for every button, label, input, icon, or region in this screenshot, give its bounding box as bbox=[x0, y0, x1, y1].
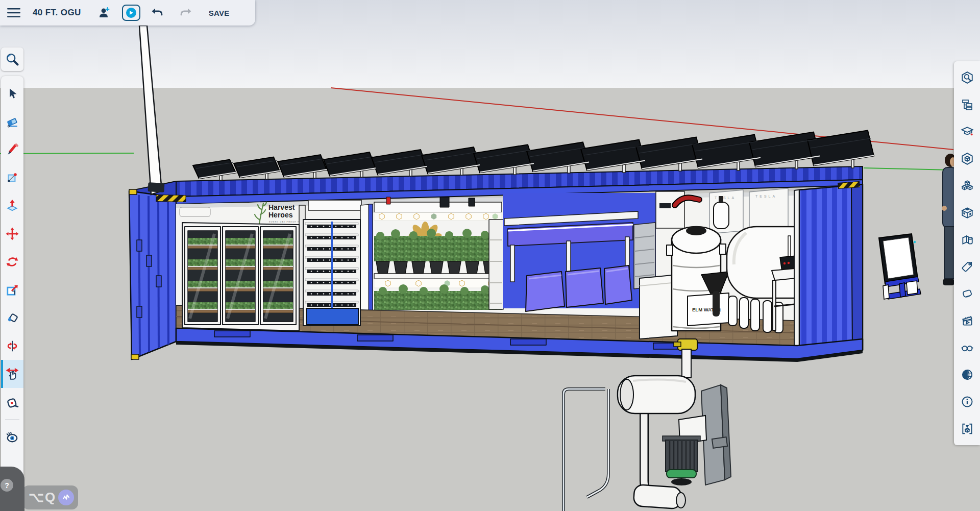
instructor-icon bbox=[961, 125, 974, 138]
scale-icon bbox=[6, 283, 19, 297]
undo-button[interactable] bbox=[149, 5, 166, 20]
info-icon bbox=[961, 395, 974, 408]
redo-button[interactable] bbox=[177, 5, 194, 20]
tool-scale[interactable] bbox=[1, 276, 23, 304]
panel-tags[interactable] bbox=[954, 256, 980, 277]
grow-cabinets bbox=[182, 223, 299, 331]
panel-display[interactable] bbox=[954, 337, 980, 358]
recorder-waveform-icon bbox=[58, 490, 74, 505]
model-search-icon bbox=[961, 71, 974, 84]
select-arrow-icon bbox=[6, 87, 18, 100]
tool-move[interactable] bbox=[1, 220, 23, 248]
search-icon bbox=[5, 52, 19, 66]
panel-model-info[interactable] bbox=[954, 392, 980, 412]
add-collaborator-button[interactable] bbox=[95, 5, 113, 21]
tool-pan[interactable] bbox=[1, 360, 23, 388]
materials-icon bbox=[961, 206, 974, 220]
sketchup-web-window: Harvest Heroes EVERY DAY FRESH HERBS bbox=[0, 0, 980, 511]
soften-edges-icon bbox=[961, 287, 974, 300]
tool-push-pull[interactable] bbox=[1, 191, 23, 220]
globe-icon bbox=[961, 368, 974, 381]
menu-button[interactable] bbox=[5, 6, 22, 20]
play-tutorial-button[interactable] bbox=[122, 5, 140, 21]
right-toolbar bbox=[954, 61, 980, 445]
panel-materials[interactable] bbox=[954, 203, 980, 223]
panel-model-search[interactable] bbox=[954, 67, 980, 88]
panel-outliner[interactable] bbox=[954, 94, 980, 115]
gas-cylinder bbox=[714, 202, 729, 229]
panel-solid-tools[interactable] bbox=[954, 230, 980, 250]
brand-line1: Harvest bbox=[268, 203, 295, 211]
eraser-icon bbox=[6, 115, 19, 128]
tool-pencil[interactable] bbox=[1, 135, 23, 163]
tool-select[interactable] bbox=[1, 79, 23, 107]
viewport-3d[interactable]: Harvest Heroes EVERY DAY FRESH HERBS bbox=[0, 0, 980, 511]
undo-icon bbox=[151, 7, 164, 18]
seedling-rack bbox=[303, 220, 360, 326]
panel-entity-info[interactable] bbox=[954, 149, 980, 169]
toolbar-divider bbox=[5, 419, 19, 420]
tape-measure-icon bbox=[6, 396, 19, 409]
rotate-icon bbox=[6, 255, 19, 269]
flip-icon bbox=[6, 339, 19, 353]
outliner-icon bbox=[961, 99, 973, 111]
panel-soften-edges[interactable] bbox=[954, 283, 980, 304]
processing-section bbox=[503, 193, 656, 311]
top-toolbar: 40 FT. OGU SAVE bbox=[0, 0, 255, 26]
tool-paint-bucket[interactable] bbox=[1, 304, 23, 332]
help-button[interactable]: ? bbox=[1, 479, 13, 492]
panel-export[interactable] bbox=[954, 419, 980, 439]
tool-rotate[interactable] bbox=[1, 248, 23, 276]
grow-room bbox=[374, 197, 503, 310]
container-left-doors bbox=[129, 189, 176, 359]
panel-components[interactable] bbox=[954, 176, 980, 196]
nozzle bbox=[633, 484, 682, 509]
model-title: 40 FT. OGU bbox=[33, 8, 81, 18]
recorder-overlay[interactable]: ⌥Q bbox=[22, 485, 78, 509]
water-heater-tank: ELM WATER bbox=[667, 226, 729, 331]
hamburger-icon bbox=[7, 8, 20, 18]
redo-icon bbox=[179, 7, 192, 18]
components-icon bbox=[961, 179, 974, 192]
tool-flip[interactable] bbox=[1, 332, 23, 360]
pan-hand-icon bbox=[6, 368, 19, 381]
push-pull-icon bbox=[6, 199, 19, 212]
panel-geolocation[interactable] bbox=[954, 364, 980, 385]
tag-icon bbox=[961, 260, 974, 273]
blue-bin bbox=[306, 308, 358, 325]
pencil-icon bbox=[6, 143, 19, 156]
rectangle-tool-icon bbox=[6, 171, 19, 184]
battery-label-2: TESLA bbox=[755, 194, 777, 198]
scenes-clapperboard-icon bbox=[961, 314, 974, 327]
panel-instructor[interactable] bbox=[954, 121, 980, 142]
left-toolbar bbox=[1, 76, 23, 482]
tool-shapes[interactable] bbox=[1, 163, 23, 191]
move-icon bbox=[6, 227, 19, 240]
brand-line2: Heroes bbox=[268, 211, 293, 219]
search-tool-button[interactable] bbox=[1, 47, 23, 71]
play-icon bbox=[126, 8, 136, 18]
glasses-icon bbox=[961, 341, 974, 354]
eye-icon bbox=[5, 430, 19, 444]
export-model-icon bbox=[961, 422, 974, 435]
paint-bucket-icon bbox=[6, 311, 19, 325]
solids-icon bbox=[961, 233, 974, 247]
save-button[interactable]: SAVE bbox=[206, 8, 233, 18]
panel-scenes[interactable] bbox=[954, 310, 980, 331]
tool-orbit-eye[interactable] bbox=[1, 423, 23, 451]
container-model: Harvest Heroes EVERY DAY FRESH HERBS bbox=[129, 166, 863, 362]
entity-info-icon bbox=[961, 152, 974, 165]
add-person-icon bbox=[97, 7, 111, 19]
funnel bbox=[713, 291, 720, 317]
battery-label: TESLA bbox=[715, 196, 736, 200]
tool-eraser[interactable] bbox=[1, 107, 23, 135]
recorder-shortcut: ⌥Q bbox=[29, 490, 56, 505]
tool-tape-measure[interactable] bbox=[1, 388, 23, 416]
